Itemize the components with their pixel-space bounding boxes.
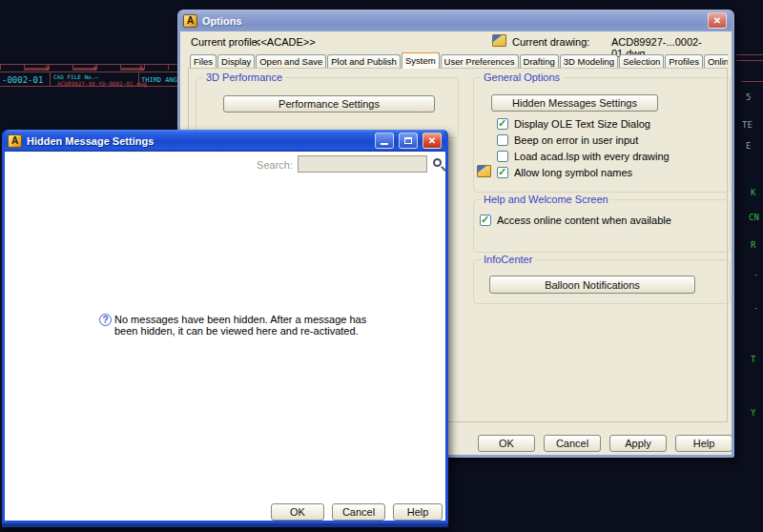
search-icon[interactable] <box>433 158 442 167</box>
ruler-tick <box>168 65 169 70</box>
tab-open-and-save[interactable]: Open and Save <box>256 54 326 69</box>
current-drawing-label: Current drawing: <box>512 36 589 48</box>
bg-text-fragment: 5 <box>746 92 751 102</box>
help-button[interactable]: Help <box>675 435 732 452</box>
bg-text-fragment: - <box>753 303 758 313</box>
bg-text-fragment: E <box>746 141 751 151</box>
bg-text-fragment: CN <box>749 213 759 222</box>
ruler-line <box>0 64 177 65</box>
beep-on-error-checkbox[interactable] <box>497 134 508 146</box>
minimize-glyph <box>381 143 388 145</box>
bg-text-fragment: TE <box>742 120 753 130</box>
load-acadlsp-label: Load acad.lsp with every drawing <box>514 151 670 162</box>
bg-line-fragment <box>736 60 763 61</box>
help-welcome-group: Help and Welcome Screen Access online co… <box>473 199 731 253</box>
search-input[interactable] <box>298 155 427 173</box>
titleblock-cad-value: ACD89927-50-YD-0002-01.dwg <box>57 80 147 87</box>
minimize-icon[interactable] <box>375 133 394 149</box>
options-titlebar[interactable]: A Options ✕ <box>180 10 732 31</box>
hms-title: Hidden Message Settings <box>27 135 370 147</box>
tab-drafting[interactable]: Drafting <box>520 54 559 69</box>
ruler-line <box>0 72 177 72</box>
access-online-checkbox[interactable] <box>480 215 491 226</box>
options-title: Options <box>202 15 703 27</box>
tab-system[interactable]: System <box>402 52 440 69</box>
tab-3d-modeling[interactable]: 3D Modeling <box>560 54 618 69</box>
bg-text-fragment: Y <box>751 408 755 418</box>
bg-text-fragment: - <box>753 270 758 279</box>
access-online-label: Access online content when available <box>497 215 671 226</box>
ruler-tick <box>144 65 145 70</box>
hms-body: Search: ? No messages have been hidden. … <box>5 152 445 521</box>
ruler-number: 4 <box>93 65 96 72</box>
help-button[interactable]: Help <box>393 503 443 521</box>
cancel-button[interactable]: Cancel <box>544 435 601 452</box>
load-acadlsp-checkbox[interactable] <box>497 151 508 162</box>
maximize-icon[interactable] <box>399 133 418 149</box>
performance-settings-button[interactable]: Performance Settings <box>223 95 435 113</box>
display-ole-checkbox[interactable] <box>497 118 508 130</box>
empty-list-message: ? No messages have been hidden. After a … <box>99 314 368 337</box>
ok-button[interactable]: OK <box>271 503 324 521</box>
cancel-button[interactable]: Cancel <box>332 503 385 521</box>
allow-long-symbols-label: Allow long symbol names <box>514 167 632 178</box>
hms-titlebar[interactable]: A Hidden Message Settings ✕ <box>5 130 445 152</box>
bg-text-fragment: K <box>751 188 755 197</box>
ruler-tick <box>0 65 1 70</box>
hidden-message-settings-dialog: A Hidden Message Settings ✕ Search: ? No… <box>2 130 448 527</box>
general-options-group-title: General Options <box>481 72 563 83</box>
display-ole-label: Display OLE Text Size Dialog <box>514 118 650 130</box>
ruler-number: 5 <box>139 65 143 72</box>
bg-line-fragment <box>742 81 763 82</box>
apply-button[interactable]: Apply <box>609 435 667 452</box>
beep-on-error-label: Beep on error in user input <box>514 134 638 146</box>
close-icon[interactable]: ✕ <box>423 133 442 149</box>
checkbox-row-online-content: Access online content when available <box>480 215 671 226</box>
balloon-notifications-button[interactable]: Balloon Notifications <box>489 276 695 294</box>
current-profile-label: Current profile: <box>191 36 260 48</box>
autocad-icon: A <box>8 134 22 148</box>
titleblock-cad-label: CAD FILE No.— <box>53 73 98 80</box>
titleblock-dwgno: -0002-01 <box>2 75 43 85</box>
options-tab-strip: Files Display Open and Save Plot and Pub… <box>190 52 728 69</box>
infocenter-group-title: InfoCenter <box>481 254 535 265</box>
maximize-glyph <box>404 137 412 144</box>
infocenter-group: InfoCenter Balloon Notifications <box>473 259 731 304</box>
drawing-file-icon <box>492 34 506 47</box>
3d-performance-group-title: 3D Performance <box>203 72 285 83</box>
help-welcome-group-title: Help and Welcome Screen <box>481 194 611 205</box>
search-label: Search: <box>234 159 293 171</box>
tab-files[interactable]: Files <box>190 54 217 69</box>
checkbox-row-beep: Beep on error in user input <box>497 134 638 146</box>
ok-button[interactable]: OK <box>478 435 535 452</box>
tab-user-preferences[interactable]: User Preferences <box>441 54 519 69</box>
tab-online[interactable]: Online <box>704 54 728 69</box>
hms-bottom-border <box>2 523 448 527</box>
tab-profiles[interactable]: Profiles <box>665 54 703 69</box>
titleblock-border <box>50 72 51 87</box>
allow-long-symbols-checkbox[interactable] <box>497 167 508 178</box>
current-profile-value: <<ACADE>> <box>255 36 316 48</box>
ruler-number: 3 <box>45 65 49 72</box>
tab-selection[interactable]: Selection <box>619 54 664 69</box>
tab-plot-and-publish[interactable]: Plot and Publish <box>327 54 401 69</box>
bg-text-fragment: T <box>751 355 755 364</box>
tab-display[interactable]: Display <box>217 54 255 69</box>
checkbox-row-ole: Display OLE Text Size Dialog <box>497 118 650 130</box>
hidden-messages-settings-button[interactable]: Hidden Messages Settings <box>491 94 658 112</box>
checkbox-row-symbols: Allow long symbol names <box>497 167 632 178</box>
empty-list-message-text: No messages have been hidden. After a me… <box>114 314 368 337</box>
close-icon[interactable]: ✕ <box>708 12 727 29</box>
bg-line-fragment <box>736 54 763 55</box>
general-options-group: General Options Hidden Messages Settings… <box>473 77 731 193</box>
drawing-file-icon <box>477 165 491 177</box>
question-icon: ? <box>99 314 112 326</box>
checkbox-row-acadlsp: Load acad.lsp with every drawing <box>497 151 670 162</box>
bg-text-fragment: R <box>751 240 755 250</box>
autocad-icon: A <box>183 14 197 28</box>
